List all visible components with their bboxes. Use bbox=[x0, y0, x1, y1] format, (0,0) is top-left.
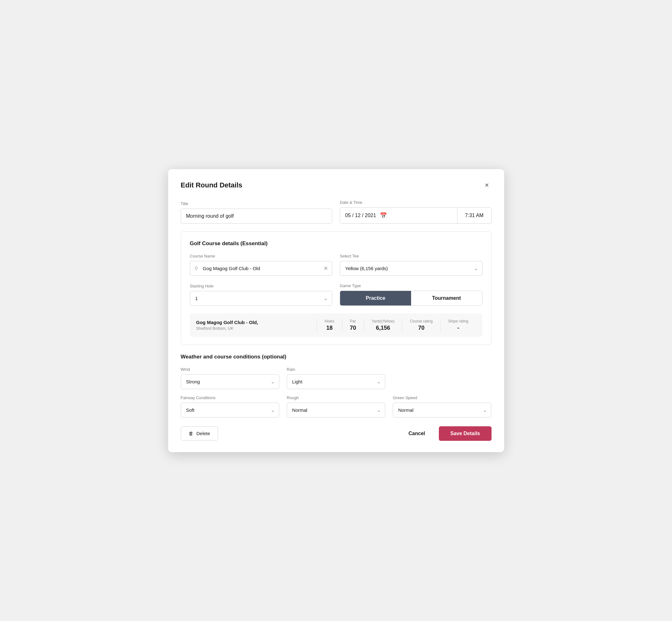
weather-section: Weather and course conditions (optional)… bbox=[181, 354, 492, 417]
wind-rain-row: Wind NoneLightModerateStrong ⌄ Rain None… bbox=[181, 367, 492, 389]
fairway-label: Fairway Conditions bbox=[181, 396, 279, 400]
wind-group: Wind NoneLightModerateStrong ⌄ bbox=[181, 367, 279, 389]
starting-hole-label: Starting Hole bbox=[190, 284, 333, 288]
select-tee-group: Select Tee Yellow (6,156 yards) White Re… bbox=[340, 254, 482, 276]
rough-group: Rough ShortNormalLong ⌄ bbox=[287, 396, 385, 417]
fairway-rough-green-row: Fairway Conditions SoftNormalHard ⌄ Roug… bbox=[181, 396, 492, 417]
course-rating-value: 70 bbox=[418, 325, 424, 331]
starting-hole-group: Starting Hole 123 456 78910 ⌄ bbox=[190, 284, 333, 306]
course-info-name: Gog Magog Golf Club - Old, Shelford Bott… bbox=[196, 320, 317, 331]
select-tee-wrapper: Yellow (6,156 yards) White Red Blue ⌄ bbox=[340, 261, 482, 276]
course-info-name-main: Gog Magog Golf Club - Old, bbox=[196, 320, 317, 325]
course-search-wrapper: ⚲ ✕ bbox=[190, 261, 333, 276]
green-speed-label: Green Speed bbox=[393, 396, 491, 400]
rough-dropdown[interactable]: ShortNormalLong bbox=[287, 403, 385, 417]
course-name-group: Course Name ⚲ ✕ bbox=[190, 254, 333, 276]
starting-hole-dropdown[interactable]: 123 456 78910 bbox=[190, 291, 333, 306]
select-tee-dropdown[interactable]: Yellow (6,156 yards) White Red Blue bbox=[340, 261, 482, 276]
green-speed-dropdown[interactable]: SlowNormalFast bbox=[393, 403, 491, 417]
cancel-button[interactable]: Cancel bbox=[402, 427, 431, 441]
rain-label: Rain bbox=[287, 367, 385, 372]
footer-right: Cancel Save Details bbox=[402, 426, 492, 441]
title-group: Title bbox=[181, 201, 333, 224]
course-clear-button[interactable]: ✕ bbox=[324, 265, 328, 272]
time-value: 7:31 AM bbox=[465, 213, 484, 218]
tournament-button[interactable]: Tournament bbox=[411, 291, 482, 305]
fairway-wrapper: SoftNormalHard ⌄ bbox=[181, 403, 279, 417]
close-button[interactable]: × bbox=[482, 180, 492, 190]
course-rating-stat: Course rating 70 bbox=[402, 319, 440, 331]
fairway-group: Fairway Conditions SoftNormalHard ⌄ bbox=[181, 396, 279, 417]
course-info-location: Shelford Bottom, UK bbox=[196, 326, 317, 331]
practice-button[interactable]: Practice bbox=[340, 291, 411, 305]
rain-dropdown[interactable]: NoneLightModerateHeavy bbox=[287, 374, 385, 389]
game-type-label: Game Type bbox=[340, 283, 482, 288]
par-label: Par bbox=[350, 319, 356, 323]
course-rating-label: Course rating bbox=[410, 319, 432, 323]
par-value: 70 bbox=[350, 325, 356, 331]
footer-row: 🗑 Delete Cancel Save Details bbox=[181, 426, 492, 441]
datetime-group: Date & Time 05 / 12 / 2021 📅 7:31 AM bbox=[340, 200, 492, 224]
hole-gametype-row: Starting Hole 123 456 78910 ⌄ Game Type … bbox=[190, 283, 482, 306]
yards-label: Yards(Yellow) bbox=[372, 319, 395, 323]
trash-icon: 🗑 bbox=[189, 431, 194, 436]
par-stat: Par 70 bbox=[342, 319, 364, 331]
green-speed-wrapper: SlowNormalFast ⌄ bbox=[393, 403, 491, 417]
time-field[interactable]: 7:31 AM bbox=[458, 208, 491, 223]
yards-stat: Yards(Yellow) 6,156 bbox=[364, 319, 402, 331]
yards-value: 6,156 bbox=[376, 325, 390, 331]
wind-label: Wind bbox=[181, 367, 279, 372]
save-button[interactable]: Save Details bbox=[439, 426, 491, 441]
delete-button[interactable]: 🗑 Delete bbox=[181, 426, 218, 441]
holes-value: 18 bbox=[326, 325, 333, 331]
holes-label: Holes bbox=[325, 319, 334, 323]
date-time-field: 05 / 12 / 2021 📅 7:31 AM bbox=[340, 207, 492, 224]
rain-wrapper: NoneLightModerateHeavy ⌄ bbox=[287, 374, 385, 389]
datetime-label: Date & Time bbox=[340, 200, 492, 205]
slope-rating-value: - bbox=[457, 325, 459, 331]
date-value: 05 / 12 / 2021 bbox=[345, 213, 376, 218]
wind-dropdown[interactable]: NoneLightModerateStrong bbox=[181, 374, 279, 389]
holes-stat: Holes 18 bbox=[317, 319, 342, 331]
rough-label: Rough bbox=[287, 396, 385, 400]
course-info-bar: Gog Magog Golf Club - Old, Shelford Bott… bbox=[190, 313, 482, 337]
weather-section-title: Weather and course conditions (optional) bbox=[181, 354, 492, 360]
game-type-group: Game Type Practice Tournament bbox=[340, 283, 482, 306]
rain-group: Rain NoneLightModerateHeavy ⌄ bbox=[287, 367, 385, 389]
delete-label: Delete bbox=[197, 431, 210, 436]
slope-rating-label: Slope rating bbox=[448, 319, 468, 323]
modal-header: Edit Round Details × bbox=[181, 180, 492, 190]
game-type-toggle: Practice Tournament bbox=[340, 291, 482, 306]
green-speed-group: Green Speed SlowNormalFast ⌄ bbox=[393, 396, 491, 417]
search-icon: ⚲ bbox=[194, 265, 198, 272]
course-name-input[interactable] bbox=[190, 261, 333, 276]
course-tee-row: Course Name ⚲ ✕ Select Tee Yellow (6,156… bbox=[190, 254, 482, 276]
title-input[interactable] bbox=[181, 209, 333, 224]
date-field[interactable]: 05 / 12 / 2021 📅 bbox=[340, 208, 458, 223]
rough-wrapper: ShortNormalLong ⌄ bbox=[287, 403, 385, 417]
golf-course-section: Golf Course details (Essential) Course N… bbox=[181, 231, 492, 345]
calendar-icon: 📅 bbox=[380, 212, 387, 219]
course-name-label: Course Name bbox=[190, 254, 333, 258]
golf-course-section-title: Golf Course details (Essential) bbox=[190, 241, 482, 247]
title-label: Title bbox=[181, 201, 333, 206]
title-datetime-row: Title Date & Time 05 / 12 / 2021 📅 7:31 … bbox=[181, 200, 492, 224]
modal-title: Edit Round Details bbox=[181, 181, 243, 189]
edit-round-modal: Edit Round Details × Title Date & Time 0… bbox=[168, 169, 504, 452]
wind-wrapper: NoneLightModerateStrong ⌄ bbox=[181, 374, 279, 389]
fairway-dropdown[interactable]: SoftNormalHard bbox=[181, 403, 279, 417]
slope-rating-stat: Slope rating - bbox=[440, 319, 476, 331]
starting-hole-wrapper: 123 456 78910 ⌄ bbox=[190, 291, 333, 306]
select-tee-label: Select Tee bbox=[340, 254, 482, 258]
